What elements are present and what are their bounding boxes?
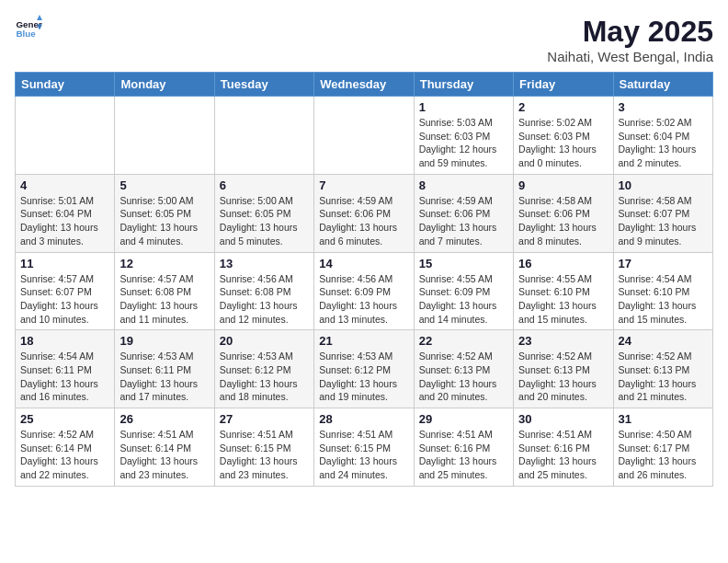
day-number: 20: [220, 334, 309, 348]
calendar-cell: 16Sunrise: 4:55 AMSunset: 6:10 PMDayligh…: [514, 252, 613, 330]
day-info: Sunrise: 5:00 AMSunset: 6:05 PMDaylight:…: [220, 194, 309, 248]
calendar-week-3: 11Sunrise: 4:57 AMSunset: 6:07 PMDayligh…: [16, 252, 713, 330]
day-number: 30: [518, 412, 608, 426]
day-number: 15: [419, 257, 508, 270]
calendar-cell: 1Sunrise: 5:03 AMSunset: 6:03 PMDaylight…: [414, 97, 513, 175]
day-info: Sunrise: 5:02 AMSunset: 6:04 PMDaylight:…: [619, 116, 708, 170]
calendar-cell: [314, 97, 414, 175]
calendar-cell: 14Sunrise: 4:56 AMSunset: 6:09 PMDayligh…: [314, 252, 414, 330]
day-info: Sunrise: 4:59 AMSunset: 6:06 PMDaylight:…: [419, 194, 508, 248]
calendar-week-2: 4Sunrise: 5:01 AMSunset: 6:04 PMDaylight…: [16, 174, 713, 252]
day-number: 25: [20, 412, 109, 426]
calendar-cell: 20Sunrise: 4:53 AMSunset: 6:12 PMDayligh…: [214, 330, 313, 408]
day-number: 21: [319, 334, 408, 348]
calendar-cell: 10Sunrise: 4:58 AMSunset: 6:07 PMDayligh…: [613, 174, 712, 252]
calendar-cell: 23Sunrise: 4:52 AMSunset: 6:13 PMDayligh…: [514, 330, 613, 408]
calendar-cell: 18Sunrise: 4:54 AMSunset: 6:11 PMDayligh…: [16, 330, 115, 408]
day-number: 2: [518, 100, 608, 114]
calendar-cell: 3Sunrise: 5:02 AMSunset: 6:04 PMDaylight…: [613, 97, 712, 175]
day-info: Sunrise: 4:52 AMSunset: 6:13 PMDaylight:…: [518, 350, 608, 404]
calendar-week-1: 1Sunrise: 5:03 AMSunset: 6:03 PMDaylight…: [16, 97, 713, 175]
day-info: Sunrise: 4:58 AMSunset: 6:06 PMDaylight:…: [518, 194, 608, 248]
calendar-cell: 24Sunrise: 4:52 AMSunset: 6:13 PMDayligh…: [613, 330, 712, 408]
day-number: 12: [119, 257, 209, 270]
day-number: 5: [119, 178, 209, 192]
calendar-cell: 17Sunrise: 4:54 AMSunset: 6:10 PMDayligh…: [613, 252, 712, 330]
day-info: Sunrise: 4:51 AMSunset: 6:16 PMDaylight:…: [419, 428, 508, 482]
svg-text:Blue: Blue: [17, 29, 37, 39]
location-subtitle: Naihati, West Bengal, India: [547, 49, 713, 64]
day-number: 13: [220, 257, 309, 270]
day-info: Sunrise: 4:57 AMSunset: 6:07 PMDaylight:…: [20, 272, 109, 327]
day-info: Sunrise: 4:55 AMSunset: 6:10 PMDaylight:…: [518, 272, 608, 327]
calendar-cell: 13Sunrise: 4:56 AMSunset: 6:08 PMDayligh…: [214, 252, 313, 330]
calendar-cell: 26Sunrise: 4:51 AMSunset: 6:14 PMDayligh…: [115, 408, 214, 487]
day-header-thursday: Thursday: [414, 73, 513, 97]
day-number: 19: [119, 334, 209, 348]
calendar-cell: 22Sunrise: 4:52 AMSunset: 6:13 PMDayligh…: [414, 330, 513, 408]
day-info: Sunrise: 4:52 AMSunset: 6:14 PMDaylight:…: [20, 428, 109, 482]
calendar-cell: 6Sunrise: 5:00 AMSunset: 6:05 PMDaylight…: [214, 174, 313, 252]
calendar-cell: 28Sunrise: 4:51 AMSunset: 6:15 PMDayligh…: [314, 408, 414, 487]
page-header: General Blue May 2025 Naihati, West Beng…: [15, 15, 713, 64]
calendar-week-4: 18Sunrise: 4:54 AMSunset: 6:11 PMDayligh…: [16, 330, 713, 408]
day-number: 22: [419, 334, 508, 348]
day-number: 3: [619, 100, 708, 114]
day-info: Sunrise: 5:00 AMSunset: 6:05 PMDaylight:…: [119, 194, 209, 248]
calendar-cell: [214, 97, 313, 175]
day-header-friday: Friday: [514, 73, 613, 97]
calendar-cell: 8Sunrise: 4:59 AMSunset: 6:06 PMDaylight…: [414, 174, 513, 252]
day-info: Sunrise: 4:54 AMSunset: 6:10 PMDaylight:…: [619, 272, 708, 327]
day-number: 14: [319, 257, 408, 270]
svg-marker-2: [37, 15, 42, 20]
day-info: Sunrise: 4:52 AMSunset: 6:13 PMDaylight:…: [619, 350, 708, 404]
calendar-cell: 25Sunrise: 4:52 AMSunset: 6:14 PMDayligh…: [16, 408, 115, 487]
day-header-tuesday: Tuesday: [214, 73, 313, 97]
day-number: 11: [20, 257, 109, 270]
day-info: Sunrise: 4:57 AMSunset: 6:08 PMDaylight:…: [119, 272, 209, 327]
day-info: Sunrise: 4:53 AMSunset: 6:11 PMDaylight:…: [119, 350, 209, 404]
day-header-wednesday: Wednesday: [314, 73, 414, 97]
day-number: 27: [220, 412, 309, 426]
day-info: Sunrise: 4:50 AMSunset: 6:17 PMDaylight:…: [619, 428, 708, 482]
day-header-saturday: Saturday: [613, 73, 712, 97]
day-info: Sunrise: 5:03 AMSunset: 6:03 PMDaylight:…: [419, 116, 508, 170]
day-info: Sunrise: 4:51 AMSunset: 6:14 PMDaylight:…: [119, 428, 209, 482]
calendar-cell: 15Sunrise: 4:55 AMSunset: 6:09 PMDayligh…: [414, 252, 513, 330]
day-number: 9: [518, 178, 608, 192]
calendar-cell: 2Sunrise: 5:02 AMSunset: 6:03 PMDaylight…: [514, 97, 613, 175]
day-info: Sunrise: 4:56 AMSunset: 6:08 PMDaylight:…: [220, 272, 309, 327]
day-number: 7: [319, 178, 408, 192]
calendar-cell: 19Sunrise: 4:53 AMSunset: 6:11 PMDayligh…: [115, 330, 214, 408]
day-number: 10: [619, 178, 708, 192]
calendar-cell: [115, 97, 214, 175]
day-number: 17: [619, 257, 708, 270]
calendar-cell: 27Sunrise: 4:51 AMSunset: 6:15 PMDayligh…: [214, 408, 313, 487]
calendar-cell: 5Sunrise: 5:00 AMSunset: 6:05 PMDaylight…: [115, 174, 214, 252]
day-header-sunday: Sunday: [16, 73, 115, 97]
logo: General Blue: [15, 15, 42, 42]
month-title: May 2025: [547, 15, 713, 49]
day-number: 28: [319, 412, 408, 426]
calendar-cell: 9Sunrise: 4:58 AMSunset: 6:06 PMDaylight…: [514, 174, 613, 252]
day-info: Sunrise: 5:01 AMSunset: 6:04 PMDaylight:…: [20, 194, 109, 248]
day-info: Sunrise: 5:02 AMSunset: 6:03 PMDaylight:…: [518, 116, 608, 170]
day-info: Sunrise: 4:59 AMSunset: 6:06 PMDaylight:…: [319, 194, 408, 248]
calendar-week-5: 25Sunrise: 4:52 AMSunset: 6:14 PMDayligh…: [16, 408, 713, 487]
calendar-cell: 11Sunrise: 4:57 AMSunset: 6:07 PMDayligh…: [16, 252, 115, 330]
calendar-cell: 31Sunrise: 4:50 AMSunset: 6:17 PMDayligh…: [613, 408, 712, 487]
calendar-cell: 7Sunrise: 4:59 AMSunset: 6:06 PMDaylight…: [314, 174, 414, 252]
logo-icon: General Blue: [15, 15, 42, 42]
calendar-cell: [16, 97, 115, 175]
day-info: Sunrise: 4:54 AMSunset: 6:11 PMDaylight:…: [20, 350, 109, 404]
day-number: 16: [518, 257, 608, 270]
calendar-header-row: SundayMondayTuesdayWednesdayThursdayFrid…: [16, 73, 713, 97]
calendar-cell: 29Sunrise: 4:51 AMSunset: 6:16 PMDayligh…: [414, 408, 513, 487]
day-header-monday: Monday: [115, 73, 214, 97]
day-number: 4: [20, 178, 109, 192]
calendar-table: SundayMondayTuesdayWednesdayThursdayFrid…: [15, 72, 713, 487]
day-info: Sunrise: 4:51 AMSunset: 6:15 PMDaylight:…: [220, 428, 309, 482]
day-info: Sunrise: 4:52 AMSunset: 6:13 PMDaylight:…: [419, 350, 508, 404]
day-number: 31: [619, 412, 708, 426]
calendar-cell: 4Sunrise: 5:01 AMSunset: 6:04 PMDaylight…: [16, 174, 115, 252]
